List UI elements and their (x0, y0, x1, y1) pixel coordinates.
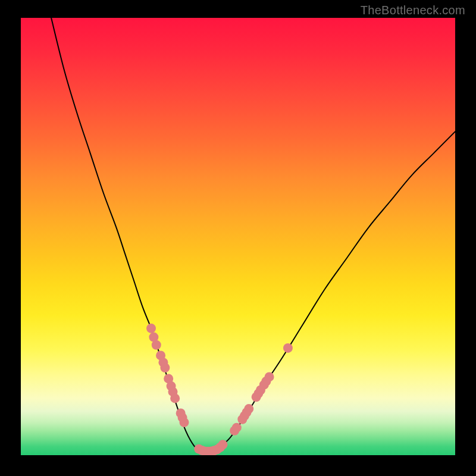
curve-marker (179, 418, 189, 427)
curve-marker (283, 343, 293, 353)
chart-frame: TheBottleneck.com (0, 0, 476, 476)
curve-marker (152, 340, 161, 350)
curve-marker (265, 372, 274, 381)
curve-marker (232, 423, 242, 433)
curve-marker (160, 363, 170, 372)
curve-markers (146, 324, 293, 455)
watermark-text: TheBottleneck.com (361, 4, 465, 17)
plot-area (21, 18, 455, 455)
chart-svg (21, 18, 455, 455)
bottleneck-curve (51, 18, 455, 452)
curve-marker (146, 324, 156, 333)
curve-marker (218, 440, 227, 449)
curve-marker (170, 393, 180, 403)
bottleneck-curve-path (51, 18, 455, 452)
curve-marker (244, 404, 253, 414)
